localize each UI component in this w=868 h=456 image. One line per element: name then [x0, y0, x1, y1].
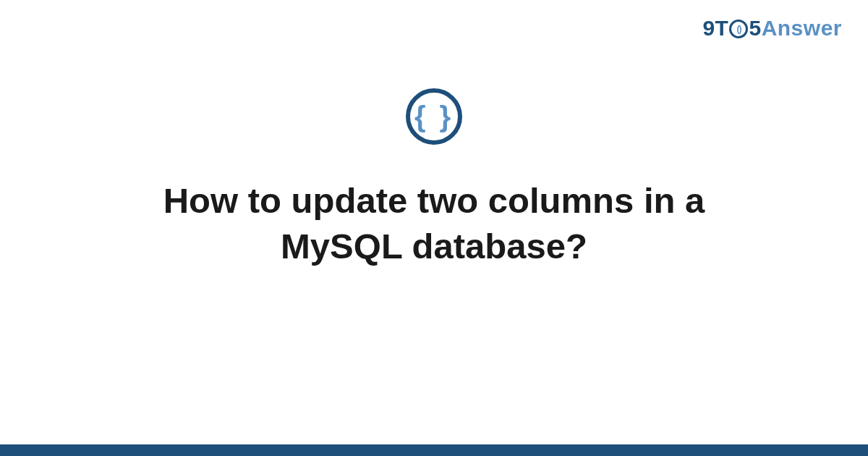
logo-o-icon: ()	[729, 20, 748, 38]
logo-text-5: 5	[749, 16, 761, 41]
logo-text-answer: Answer	[762, 16, 842, 41]
site-logo: 9T () 5 Answer	[702, 16, 842, 41]
logo-o-inner: ()	[736, 25, 741, 33]
question-title: How to update two columns in a MySQL dat…	[72, 178, 796, 269]
footer-accent-bar	[0, 444, 868, 456]
logo-text-9t: 9T	[702, 16, 728, 41]
braces-glyph: { }	[414, 102, 454, 131]
main-content: { } How to update two columns in a MySQL…	[0, 88, 868, 269]
code-braces-icon: { }	[406, 88, 462, 145]
